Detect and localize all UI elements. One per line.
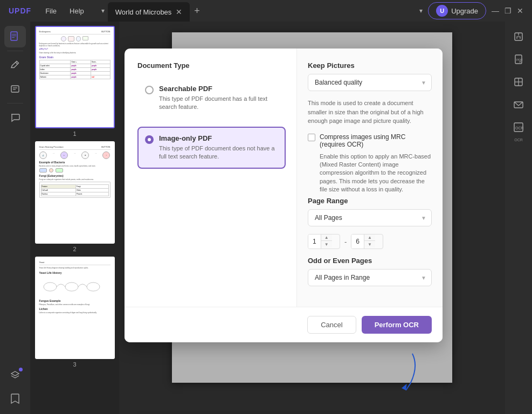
pdf-a-icon[interactable]: PDF /A [509,50,528,69]
main-content-area: Chapter Endospores Endospores are formed… [119,22,505,414]
odd-even-select-wrapper: All Pages in Range Odd Pages Only Even P… [308,269,432,286]
rt-save-item [509,27,528,46]
window-controls: — ❐ ✕ [492,7,523,15]
thumbnail-image-2[interactable]: Gram Staining ProcedureBUTTON 🔬 → + → ⊕ … [35,141,115,244]
compress-checkbox-label: Compress images using MRC (requires OCR) [320,133,432,148]
perform-ocr-button[interactable]: Perform OCR [362,316,432,334]
range-start-down[interactable]: ▼ [321,241,332,247]
window-dropdown-arrow[interactable]: ▾ [419,7,423,15]
layers-notification-dot [19,368,23,371]
upgrade-label: Upgrade [451,7,478,15]
rt-ocr-item: OCR OCR [509,118,528,142]
rt-flatten-item [509,72,528,92]
mail-icon[interactable] [509,95,528,114]
svg-point-8 [65,282,78,291]
ocr-icon-label: OCR [514,138,523,142]
document-type-label: Document Type [137,61,286,70]
ocr-right-panel: Keep Pictures Balanced quality High qual… [297,49,443,307]
arrow-annotation [397,349,419,392]
odd-even-select[interactable]: All Pages in Range Odd Pages Only Even P… [308,269,432,286]
page-range-select[interactable]: All Pages Current Page Custom Range [308,209,432,226]
sidebar-item-document[interactable] [4,26,26,47]
range-start-up[interactable]: ▲ [321,234,332,241]
svg-text:/A: /A [519,60,521,63]
menu-bar: File Help [40,5,89,17]
ocr-icon[interactable]: OCR [509,118,528,137]
tab-close-button[interactable]: ✕ [176,8,182,16]
thumbnail-page-num-1: 1 [73,130,76,137]
image-only-pdf-option[interactable]: Image-only PDF This type of PDF document… [137,127,286,169]
thumbnail-page-2[interactable]: Gram Staining ProcedureBUTTON 🔬 → + → ⊕ … [34,141,115,252]
file-menu[interactable]: File [40,5,62,17]
svg-marker-10 [402,384,407,390]
annotation-arrow-svg [397,349,419,392]
thumbnail-page-num-3: 3 [73,361,76,368]
help-menu[interactable]: Help [64,5,89,17]
thumbnail-image-1[interactable]: EndosporesBUTTON Endospores are formed b… [35,26,115,128]
searchable-pdf-radio[interactable] [145,86,154,94]
sidebar-item-comment[interactable] [4,107,26,128]
odd-even-label: Odd or Even Pages [308,257,432,265]
close-button[interactable]: ✕ [517,7,523,15]
image-only-pdf-radio[interactable] [145,135,154,144]
image-only-pdf-text: Image-only PDF This type of PDF document… [159,134,278,161]
rt-mail-item [509,95,528,114]
flatten-icon[interactable] [509,72,528,92]
ocr-left-panel: Document Type Searchable PDF This type o… [125,49,297,307]
tab-dropdown-arrow[interactable]: ▾ [98,0,108,22]
svg-rect-4 [11,86,19,92]
keep-pictures-label: Keep Pictures [308,61,432,70]
sidebar-item-bookmark[interactable] [4,388,26,410]
ocr-dialog-inner: Document Type Searchable PDF This type o… [125,49,443,307]
sidebar-item-separator2 [7,103,23,104]
thumbnail-panel[interactable]: EndosporesBUTTON Endospores are formed b… [30,22,119,414]
dialog-overlay: Document Type Searchable PDF This type o… [119,22,505,414]
range-end-value[interactable]: 6 [351,234,364,249]
thumbnail-page-1[interactable]: EndosporesBUTTON Endospores are formed b… [34,26,115,137]
new-tab-button[interactable]: + [190,0,204,22]
range-dash: - [344,238,347,246]
page-range-select-wrapper: All Pages Current Page Custom Range ▼ [308,209,432,226]
svg-rect-3 [12,37,15,38]
image-only-pdf-desc: This type of PDF document does not have … [159,144,278,161]
maximize-button[interactable]: ❐ [505,7,512,15]
svg-text:OCR: OCR [515,126,524,130]
sidebar-item-edit[interactable] [4,54,26,76]
sidebar-item-separator1 [7,51,23,51]
cancel-button[interactable]: Cancel [307,316,356,334]
thumbnail-page-num-2: 2 [73,246,76,252]
svg-point-9 [87,282,100,291]
compress-checkbox-row: Compress images using MRC (requires OCR) [308,133,432,148]
thumbnail-page-3[interactable]: Yeast Yeast Life History diagram showing… [34,257,115,368]
right-toolbar: PDF /A [505,22,532,414]
sidebar-item-layers[interactable] [4,364,26,386]
range-start-value[interactable]: 1 [308,234,321,249]
title-bar-right: ▾ U Upgrade — ❐ ✕ [419,2,528,19]
svg-rect-1 [12,34,16,34]
left-sidebar [0,22,30,414]
updf-logo-text: UPDF [9,6,31,15]
active-tab[interactable]: World of Microbes ✕ [108,2,190,22]
image-only-pdf-title: Image-only PDF [159,134,278,142]
tab-title: World of Microbes [115,8,172,16]
upgrade-button[interactable]: U Upgrade [428,2,486,19]
save-to-cloud-icon[interactable] [509,27,528,46]
ocr-dialog: Document Type Searchable PDF This type o… [125,49,443,342]
keep-pictures-select[interactable]: Balanced quality High quality Low qualit… [308,74,432,91]
range-inputs: 1 ▲ ▼ - [308,234,432,249]
range-end-down[interactable]: ▼ [364,241,375,247]
searchable-pdf-option[interactable]: Searchable PDF This type of PDF document… [137,77,286,119]
searchable-pdf-text: Searchable PDF This type of PDF document… [159,85,278,112]
range-end-up[interactable]: ▲ [364,234,375,241]
sidebar-item-annotate[interactable] [4,78,26,100]
minimize-button[interactable]: — [492,7,499,15]
range-start-input: 1 ▲ ▼ [308,234,340,249]
tab-area: ▾ World of Microbes ✕ + [98,0,415,22]
rt-pdfa-item: PDF /A [509,50,528,69]
keep-pictures-desc: This mode is used to create a document s… [308,99,432,126]
keep-pictures-select-wrapper: Balanced quality High quality Low qualit… [308,74,432,91]
range-end-input: 6 ▲ ▼ [351,234,383,249]
thumbnail-image-3[interactable]: Yeast Yeast Life History diagram showing… [35,257,115,359]
svg-point-7 [44,282,57,291]
compress-checkbox[interactable] [308,134,315,141]
